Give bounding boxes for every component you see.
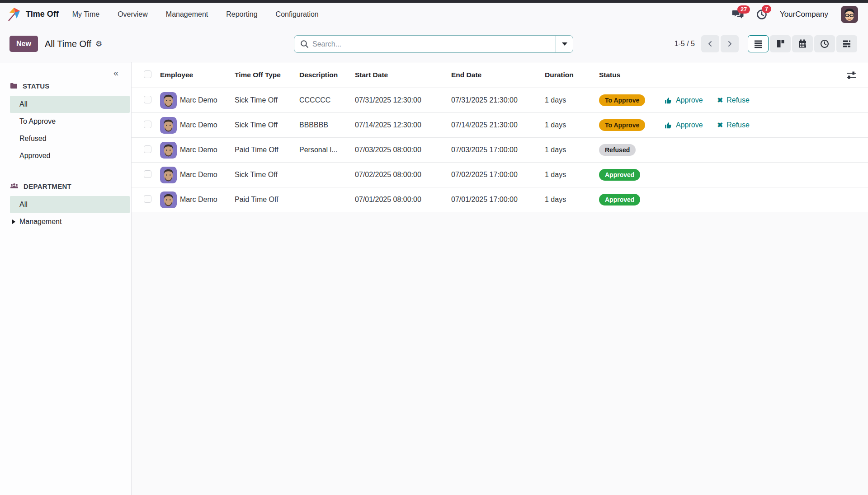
timeoff-type: Paid Time Off: [235, 146, 299, 154]
column-header-employee[interactable]: Employee: [160, 71, 235, 79]
nav-item-overview[interactable]: Overview: [118, 10, 148, 19]
start-date: 07/03/2025 08:00:00: [355, 146, 451, 154]
table-row[interactable]: Marc Demo Paid Time Off 07/01/2025 08:00…: [132, 187, 868, 212]
status-filter-all[interactable]: All: [10, 96, 130, 113]
search-dropdown-toggle[interactable]: [556, 36, 573, 52]
employee-avatar: [160, 142, 177, 159]
calendar-view-icon: [798, 39, 807, 48]
timeoff-type: Sick Time Off: [235, 96, 299, 104]
approve-button[interactable]: Approve: [665, 96, 703, 104]
row-checkbox[interactable]: [144, 195, 151, 203]
start-date: 07/31/2025 12:30:00: [355, 96, 451, 104]
control-panel: New All Time Off ⚙ 1-5 / 5: [0, 26, 868, 62]
column-header-start[interactable]: Start Date: [355, 71, 451, 79]
start-date: 07/02/2025 08:00:00: [355, 171, 451, 179]
users-icon: [10, 183, 19, 189]
duration: 1 days: [545, 171, 599, 179]
approve-button[interactable]: Approve: [665, 121, 703, 129]
nav-item-configuration[interactable]: Configuration: [276, 10, 319, 19]
employee-avatar: [160, 191, 177, 208]
kanban-view-button[interactable]: [770, 35, 791, 52]
search-input[interactable]: [309, 40, 556, 48]
status-filter-approved[interactable]: Approved: [10, 147, 130, 164]
row-checkbox[interactable]: [144, 121, 151, 128]
nav-item-management[interactable]: Management: [166, 10, 208, 19]
row-checkbox[interactable]: [144, 170, 151, 178]
employee-name: Marc Demo: [180, 196, 217, 204]
timeoff-type: Sick Time Off: [235, 121, 299, 129]
nav-menu: My Time Overview Management Reporting Co…: [72, 10, 319, 19]
description: Personal l...: [299, 146, 355, 154]
column-header-status[interactable]: Status: [599, 71, 665, 79]
page-title: All Time Off: [45, 39, 91, 49]
status-badge: Refused: [599, 144, 636, 156]
employee-name: Marc Demo: [180, 96, 217, 104]
timeoff-list: Employee Time Off Type Description Start…: [132, 62, 868, 495]
app-brand[interactable]: Time Off: [7, 7, 59, 22]
table-row[interactable]: Marc Demo Sick Time Off 07/02/2025 08:00…: [132, 163, 868, 187]
employee-avatar: [160, 117, 177, 134]
x-icon: ✖: [717, 96, 723, 104]
end-date: 07/14/2025 21:30:00: [451, 121, 545, 129]
start-date: 07/14/2025 12:30:00: [355, 121, 451, 129]
thumbs-up-icon: [665, 121, 672, 129]
expand-caret-icon[interactable]: [12, 219, 15, 224]
row-checkbox[interactable]: [144, 145, 151, 153]
activity-clock-icon: [820, 39, 829, 48]
status-badge: To Approve: [599, 119, 645, 131]
activities-button[interactable]: 7: [756, 9, 767, 20]
search-bar: [294, 35, 573, 53]
app-name: Time Off: [26, 9, 59, 19]
refuse-button[interactable]: ✖ Refuse: [717, 96, 750, 104]
chevron-right-icon: [726, 40, 733, 47]
department-filter-all[interactable]: All: [10, 196, 130, 213]
calendar-view-button[interactable]: [792, 35, 813, 52]
department-section-header: DEPARTMENT: [10, 181, 131, 191]
chevron-down-icon: [562, 42, 567, 46]
start-date: 07/01/2025 08:00:00: [355, 196, 451, 204]
company-switcher[interactable]: YourCompany: [780, 10, 828, 19]
nav-item-my-time[interactable]: My Time: [72, 10, 99, 19]
thumbs-up-icon: [665, 97, 672, 104]
activities-count-badge: 7: [762, 5, 771, 13]
status-filter-to-approve[interactable]: To Approve: [10, 113, 130, 130]
pager-previous-button[interactable]: [701, 35, 719, 52]
table-row[interactable]: Marc Demo Sick Time Off BBBBBB 07/14/202…: [132, 113, 868, 138]
sidebar-collapse-button[interactable]: «: [113, 68, 118, 79]
table-row[interactable]: Marc Demo Paid Time Off Personal l... 07…: [132, 138, 868, 163]
new-button[interactable]: New: [9, 36, 38, 52]
employee-avatar: [160, 167, 177, 183]
messages-button[interactable]: 27: [732, 9, 744, 19]
odoo-app-logo-icon: [7, 7, 21, 22]
search-icon: [300, 40, 309, 48]
list-view-button[interactable]: [748, 35, 769, 52]
duration: 1 days: [545, 196, 599, 204]
select-all-checkbox[interactable]: [144, 70, 151, 78]
duration: 1 days: [545, 96, 599, 104]
end-date: 07/02/2025 17:00:00: [451, 171, 545, 179]
refuse-button[interactable]: ✖ Refuse: [717, 121, 750, 129]
list-view-icon: [754, 39, 763, 48]
status-filter-refused[interactable]: Refused: [10, 130, 130, 147]
table-header-row: Employee Time Off Type Description Start…: [132, 62, 868, 88]
user-avatar[interactable]: [841, 6, 858, 23]
gantt-view-icon: [842, 39, 851, 48]
column-header-duration[interactable]: Duration: [545, 71, 599, 79]
end-date: 07/01/2025 17:00:00: [451, 196, 545, 204]
activity-view-button[interactable]: [814, 35, 835, 52]
filters-sidebar: « STATUS All To Approve Refused Approved…: [0, 62, 132, 495]
timeoff-type: Sick Time Off: [235, 171, 299, 179]
optional-columns-icon[interactable]: [846, 71, 856, 79]
pager-next-button[interactable]: [721, 35, 739, 52]
nav-item-reporting[interactable]: Reporting: [226, 10, 257, 19]
column-header-end[interactable]: End Date: [451, 71, 545, 79]
description: CCCCCC: [299, 96, 355, 104]
gear-icon[interactable]: ⚙: [95, 39, 102, 49]
column-header-description[interactable]: Description: [299, 71, 355, 79]
gantt-view-button[interactable]: [836, 35, 857, 52]
column-header-type[interactable]: Time Off Type: [235, 71, 299, 79]
timeoff-type: Paid Time Off: [235, 196, 299, 204]
table-row[interactable]: Marc Demo Sick Time Off CCCCCC 07/31/202…: [132, 88, 868, 113]
row-checkbox[interactable]: [144, 96, 151, 103]
department-filter-management[interactable]: Management: [10, 213, 130, 230]
